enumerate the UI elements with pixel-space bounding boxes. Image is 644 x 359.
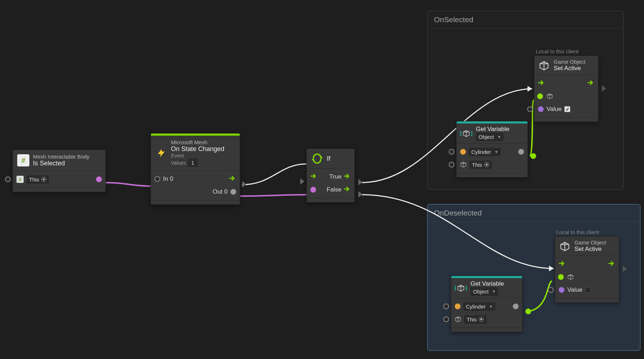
node-subtitle: Game Object — [554, 59, 585, 65]
node-title: If — [327, 155, 330, 162]
values-label: Values — [171, 160, 186, 166]
flow-out-true-icon[interactable] — [344, 173, 351, 180]
input-port-target[interactable] — [443, 316, 449, 322]
false-label: False — [326, 186, 342, 193]
node-title: On State Changed — [171, 145, 224, 153]
scope-dropdown[interactable]: Object▼ — [471, 287, 498, 296]
node-if[interactable]: If True False — [306, 149, 355, 203]
input-port-value[interactable] — [527, 106, 533, 112]
flow-in-icon[interactable] — [559, 261, 566, 268]
cube-icon — [559, 240, 571, 252]
input-port-target[interactable] — [449, 162, 454, 168]
node-subtitle: Game Object — [574, 239, 606, 246]
node-set-active-top[interactable]: Game Object Set Active Value — [534, 55, 598, 122]
target-field[interactable]: This — [27, 175, 49, 184]
values-count[interactable]: 1 — [188, 159, 197, 167]
hash-icon: # — [16, 176, 24, 183]
node-subtitle: Mesh Interactable Body — [33, 154, 90, 160]
target-icon — [484, 162, 489, 167]
input-port-name[interactable] — [449, 149, 454, 155]
node-is-selected[interactable]: # Mesh Interactable Body Is Selected # T… — [13, 150, 106, 192]
node-on-state-changed[interactable]: Microsoft Mesh On State Changed Event Va… — [151, 133, 240, 205]
node-title: Set Active — [574, 246, 606, 253]
input-port-in0[interactable] — [154, 176, 160, 182]
output-port-value[interactable] — [96, 176, 102, 182]
cube-icon — [567, 274, 574, 280]
cube-icon — [460, 161, 467, 168]
flow-out-icon[interactable] — [587, 80, 595, 87]
flow-out-icon[interactable] — [229, 175, 236, 183]
variable-dropdown[interactable]: Cylinder▼ — [463, 302, 495, 311]
type-port-orange — [460, 149, 466, 155]
cube-icon — [547, 93, 553, 100]
target-icon — [41, 177, 46, 182]
node-title: Get Variable — [471, 280, 504, 287]
svg-marker-3 — [312, 158, 314, 161]
input-port-object[interactable] — [558, 274, 564, 280]
node-title: Set Active — [554, 65, 585, 72]
group-title: OnSelected — [428, 11, 623, 29]
svg-marker-2 — [321, 156, 323, 160]
true-label: True — [329, 173, 342, 180]
wire-endpoint — [530, 153, 536, 159]
note-local-client-top: Local to this client — [536, 48, 578, 54]
node-get-variable-top[interactable]: Get Variable Object▼ Cylinder▼ This — [456, 121, 528, 178]
target-field[interactable]: This — [464, 315, 486, 324]
flow-in-icon[interactable] — [310, 173, 318, 180]
group-title: OnDeselected — [428, 204, 640, 222]
value-checkbox-unchecked[interactable] — [585, 287, 591, 293]
event-label: Event — [171, 153, 224, 159]
variable-dropdown[interactable]: Cylinder▼ — [469, 148, 501, 156]
output-port-value[interactable] — [513, 304, 519, 309]
node-set-active-bottom[interactable]: Game Object Set Active Value — [555, 236, 619, 303]
hash-icon: # — [17, 154, 29, 166]
wire-endpoint — [525, 309, 531, 314]
flow-tri-icon — [242, 181, 246, 188]
input-port-name[interactable] — [443, 304, 449, 309]
flow-out-icon[interactable] — [608, 261, 615, 268]
in0-label: In 0 — [163, 175, 173, 183]
cube-icon — [455, 316, 461, 322]
node-get-variable-bottom[interactable]: Get Variable Object▼ Cylinder▼ This — [451, 276, 523, 332]
input-port-value[interactable] — [548, 287, 554, 293]
flow-tri-icon — [623, 266, 627, 272]
target-icon — [479, 317, 484, 322]
flow-in-icon[interactable] — [538, 80, 545, 87]
type-port-orange — [455, 304, 461, 309]
input-port-condition[interactable] — [310, 187, 316, 193]
type-port-purple — [559, 287, 564, 293]
flow-tri-icon — [358, 191, 362, 198]
cube-brackets-icon — [460, 127, 472, 140]
node-title: Get Variable — [476, 126, 509, 133]
cycle-icon — [311, 152, 323, 165]
target-field[interactable]: This — [469, 161, 492, 169]
node-title: Is Selected — [33, 160, 90, 167]
flow-tri-icon — [358, 179, 362, 185]
type-port-purple — [538, 106, 544, 112]
value-label: Value — [547, 106, 562, 113]
flow-tri-icon — [300, 178, 304, 185]
value-label: Value — [567, 286, 582, 293]
note-local-client-bottom: Local to this client — [556, 229, 599, 235]
output-port-out0[interactable] — [230, 189, 236, 195]
output-port-value[interactable] — [518, 149, 524, 155]
cube-brackets-icon — [455, 282, 467, 294]
node-subtitle: Microsoft Mesh — [171, 139, 224, 145]
cube-icon — [538, 59, 550, 72]
flow-out-false-icon[interactable] — [344, 186, 351, 193]
input-port-target[interactable] — [5, 176, 11, 182]
scope-dropdown[interactable]: Object▼ — [476, 133, 504, 141]
out0-label: Out 0 — [213, 188, 228, 195]
value-checkbox-checked[interactable] — [564, 106, 570, 112]
flow-tri-icon — [602, 85, 606, 92]
bolt-icon — [155, 147, 167, 159]
input-port-object[interactable] — [537, 93, 543, 99]
